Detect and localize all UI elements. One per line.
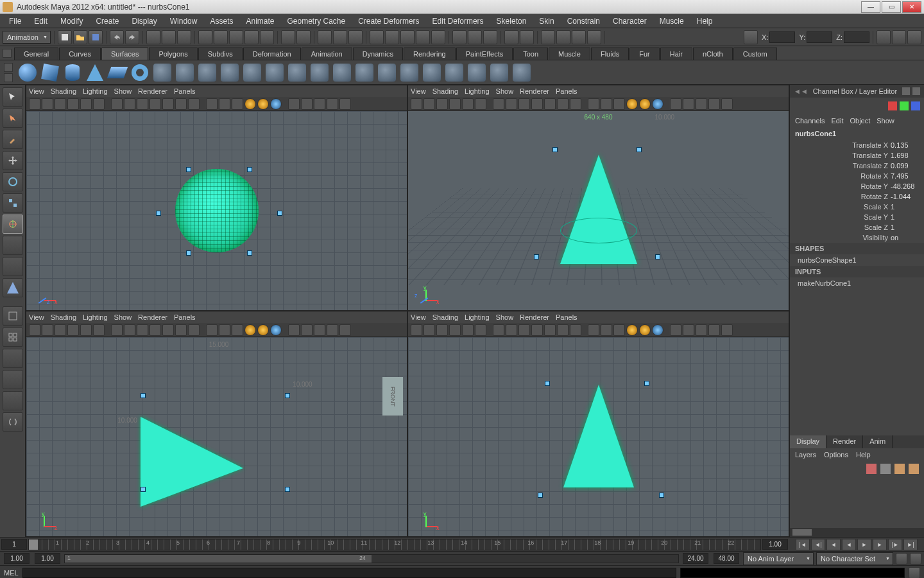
shelf-tab-hair[interactable]: Hair <box>660 48 692 60</box>
vp-toolbar-icon[interactable] <box>613 98 625 110</box>
vp-toolbar-icon[interactable] <box>475 98 486 110</box>
vp-toolbar-icon[interactable] <box>150 98 161 110</box>
generic-tool-icon[interactable] <box>416 30 430 44</box>
layer-icon[interactable] <box>880 464 891 474</box>
shelf-tool-icon[interactable] <box>444 62 465 83</box>
vp-toolbar-icon[interactable] <box>93 324 105 336</box>
vp-menu-show[interactable]: Show <box>114 87 132 95</box>
shelf-arrow-icon[interactable] <box>4 73 13 82</box>
channel-color-icon[interactable] <box>900 101 909 110</box>
vp-toolbar-icon[interactable] <box>639 324 651 336</box>
channel-value[interactable]: 0.099 <box>891 162 919 170</box>
vp-menu-view[interactable]: View <box>411 87 426 95</box>
autokey-icon[interactable] <box>896 553 907 565</box>
nurbs-cone-icon[interactable] <box>85 62 105 83</box>
vp-toolbar-icon[interactable] <box>436 98 448 110</box>
vp-menu-shading[interactable]: Shading <box>432 87 458 95</box>
vp-toolbar-icon[interactable] <box>29 98 40 110</box>
vp-toolbar-icon[interactable] <box>721 324 733 336</box>
shelf-tool-icon[interactable] <box>175 62 195 83</box>
vp-toolbar-icon[interactable] <box>42 324 53 336</box>
vp-toolbar-icon[interactable] <box>257 98 269 110</box>
vp-toolbar-icon[interactable] <box>162 98 174 110</box>
object-name[interactable]: nurbsCone1 <box>790 127 924 140</box>
coord-z-input[interactable] <box>844 31 869 43</box>
menu-constrain[interactable]: Constrain <box>561 17 606 26</box>
shelf-tab-custom[interactable]: Custom <box>733 48 777 60</box>
play-back-icon[interactable]: ◄ <box>842 539 856 550</box>
vp-toolbar-icon[interactable] <box>683 324 694 336</box>
viewport-canvas-front[interactable]: xy <box>408 337 789 536</box>
channel-tab-edit[interactable]: Edit <box>831 117 843 125</box>
vp-toolbar-icon[interactable] <box>232 324 243 336</box>
vp-toolbar-icon[interactable] <box>80 324 92 336</box>
axis-toggle-icon[interactable] <box>744 30 758 44</box>
vp-menu-renderer[interactable]: Renderer <box>520 313 549 321</box>
vp-toolbar-icon[interactable] <box>601 324 612 336</box>
shelf-tool-icon[interactable] <box>197 62 218 83</box>
vp-toolbar-icon[interactable] <box>626 98 638 110</box>
channel-value[interactable]: on <box>891 234 919 241</box>
vp-toolbar-icon[interactable] <box>175 98 187 110</box>
range-slider[interactable]: 1 24 <box>64 554 679 563</box>
new-scene-icon[interactable] <box>58 30 72 44</box>
shelf-tool-icon[interactable] <box>511 62 532 83</box>
channel-tab-channels[interactable]: Channels <box>795 117 825 125</box>
vp-menu-show[interactable]: Show <box>496 313 514 321</box>
panel-close-icon[interactable] <box>912 87 920 95</box>
nurbs-cube-icon[interactable] <box>40 62 60 83</box>
timeline-end-field[interactable]: 1.00 <box>762 539 788 550</box>
render-settings-icon[interactable] <box>348 30 363 44</box>
generic-tool-icon[interactable] <box>452 30 466 44</box>
shelf-tool-icon[interactable] <box>399 62 420 83</box>
shelf-tab-general[interactable]: General <box>14 48 58 60</box>
menu-muscle[interactable]: Muscle <box>653 17 690 26</box>
layout-preset-icon[interactable] <box>3 370 23 389</box>
vp-toolbar-icon[interactable] <box>601 98 612 110</box>
vp-toolbar-icon[interactable] <box>219 324 230 336</box>
vp-menu-lighting[interactable]: Lighting <box>83 87 108 95</box>
vp-toolbar-icon[interactable] <box>219 98 230 110</box>
shelf-tab-fluids[interactable]: Fluids <box>591 48 629 60</box>
vp-toolbar-icon[interactable] <box>93 98 105 110</box>
script-editor-icon[interactable] <box>3 412 23 432</box>
viewport-canvas-side[interactable]: 15.000 10.000 10.000 FRONT yz <box>26 337 407 536</box>
menu-animate[interactable]: Animate <box>239 17 280 26</box>
viewport-front[interactable]: ViewShadingLightingShowRendererPanels xy <box>408 311 789 536</box>
scale-tool-icon[interactable] <box>3 193 23 213</box>
universal-manip-icon[interactable] <box>3 215 23 234</box>
vp-toolbar-icon[interactable] <box>531 324 543 336</box>
ipr-render-icon[interactable] <box>333 30 347 44</box>
single-pane-icon[interactable] <box>3 306 23 326</box>
shelf-tab-animation[interactable]: Animation <box>302 48 352 60</box>
vp-toolbar-icon[interactable] <box>411 324 422 336</box>
vp-toolbar-icon[interactable] <box>327 324 338 336</box>
generic-tool-icon[interactable] <box>520 30 534 44</box>
vp-toolbar-icon[interactable] <box>244 324 256 336</box>
four-pane-icon[interactable] <box>3 328 23 347</box>
vp-toolbar-icon[interactable] <box>557 98 569 110</box>
menu-assets[interactable]: Assets <box>203 17 239 26</box>
maximize-button[interactable]: ▭ <box>882 1 901 13</box>
nurbs-torus-icon[interactable] <box>130 62 150 83</box>
shelf-tab-subdivs[interactable]: Subdivs <box>198 48 243 60</box>
channel-value[interactable]: -1.044 <box>891 193 919 200</box>
channel-value[interactable]: 1.698 <box>891 152 919 159</box>
menu-modify[interactable]: Modify <box>54 17 89 26</box>
render-icon[interactable] <box>318 30 332 44</box>
script-editor-icon[interactable] <box>909 567 920 579</box>
undo-icon[interactable] <box>110 30 124 44</box>
vp-toolbar-icon[interactable] <box>80 98 92 110</box>
vp-menu-panels[interactable]: Panels <box>556 87 578 95</box>
menu-geometry-cache[interactable]: Geometry Cache <box>281 17 352 26</box>
channel-row[interactable]: Translate X0.135 <box>790 140 924 150</box>
vp-toolbar-icon[interactable] <box>327 98 338 110</box>
vp-toolbar-icon[interactable] <box>314 98 325 110</box>
vp-toolbar-icon[interactable] <box>55 324 66 336</box>
channel-tab-show[interactable]: Show <box>877 117 894 125</box>
vp-menu-show[interactable]: Show <box>496 87 514 95</box>
vp-toolbar-icon[interactable] <box>436 324 448 336</box>
vp-toolbar-icon[interactable] <box>111 324 123 336</box>
layer-icon[interactable] <box>894 464 905 474</box>
vp-toolbar-icon[interactable] <box>288 324 300 336</box>
